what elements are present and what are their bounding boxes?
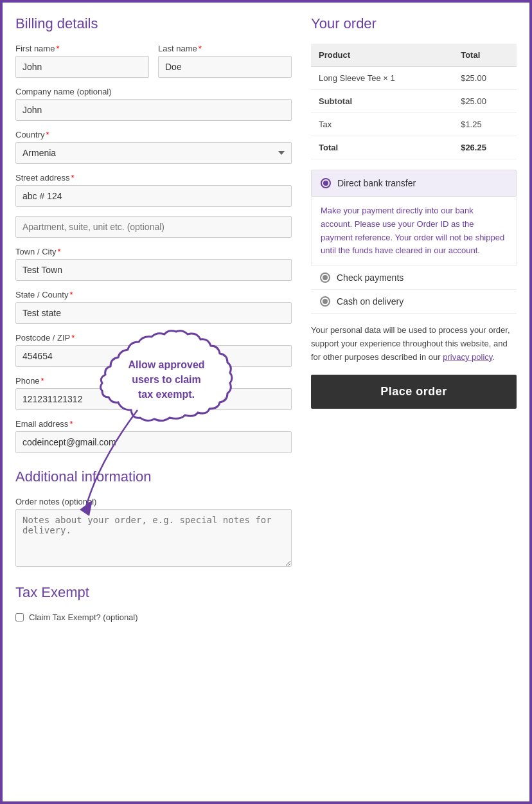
state-input[interactable] (15, 302, 292, 324)
street-group: Street address* (15, 173, 292, 207)
first-name-input[interactable] (15, 56, 149, 78)
country-group: Country* Armenia (15, 130, 292, 164)
company-input[interactable] (15, 99, 292, 121)
notes-textarea[interactable] (15, 509, 292, 567)
order-title: Your order (311, 15, 517, 32)
tax-exempt-checkbox-row: Claim Tax Exempt? (optional) (15, 612, 292, 622)
svg-text:Allow approved: Allow approved (128, 359, 204, 370)
cash-delivery-radio[interactable] (320, 296, 330, 307)
svg-text:users to claim: users to claim (132, 374, 201, 385)
subtotal-row: Subtotal $25.00 (311, 90, 517, 113)
place-order-button[interactable]: Place order (311, 375, 517, 409)
payment-section: Direct bank transfer Make your payment d… (311, 170, 517, 314)
company-label: Company name (optional) (15, 87, 292, 96)
street-label: Street address* (15, 173, 292, 183)
total-row: Total $26.25 (311, 136, 517, 159)
table-row: Long Sleeve Tee × 1 $25.00 (311, 67, 517, 90)
apartment-input[interactable] (15, 216, 292, 238)
cash-delivery-label: Cash on delivery (337, 296, 403, 307)
country-select[interactable]: Armenia (15, 142, 292, 164)
notes-group: Order notes (optional) (15, 497, 292, 569)
col-product-header: Product (311, 44, 453, 67)
last-name-group: Last name* (158, 44, 292, 78)
bank-transfer-option[interactable]: Direct bank transfer (311, 170, 517, 197)
tax-label-cell: Tax (311, 113, 453, 136)
total-value-cell: $26.25 (453, 136, 517, 159)
svg-text:tax exempt.: tax exempt. (138, 389, 195, 400)
additional-section: Additional information Order notes (opti… (15, 469, 292, 569)
tax-row: Tax $1.25 (311, 113, 517, 136)
bank-transfer-radio[interactable] (321, 178, 331, 188)
country-label: Country* (15, 130, 292, 139)
callout-cloud: Allow approved users to claim tax exempt… (93, 326, 240, 444)
check-payments-option[interactable]: Check payments (311, 266, 517, 290)
first-name-label: First name* (15, 44, 149, 53)
state-label: State / County* (15, 290, 292, 299)
product-name-cell: Long Sleeve Tee × 1 (311, 67, 453, 90)
total-label-cell: Total (311, 136, 453, 159)
cash-delivery-option[interactable]: Cash on delivery (311, 290, 517, 314)
check-payments-radio[interactable] (320, 272, 330, 283)
order-table: Product Total Long Sleeve Tee × 1 $25.00… (311, 44, 517, 159)
additional-title: Additional information (15, 469, 292, 485)
order-section: Your order Product Total Long Sleeve Tee… (311, 15, 517, 622)
town-group: Town / City* (15, 247, 292, 281)
notes-label: Order notes (optional) (15, 497, 292, 506)
tax-value-cell: $1.25 (453, 113, 517, 136)
postcode-phone-wrapper: Allow approved users to claim tax exempt… (15, 333, 292, 410)
check-payments-label: Check payments (337, 272, 403, 283)
name-row: First name* Last name* (15, 44, 292, 78)
col-total-header: Total (453, 44, 517, 67)
tax-exempt-label[interactable]: Claim Tax Exempt? (optional) (29, 612, 138, 622)
tax-exempt-title: Tax Exempt (15, 584, 292, 601)
privacy-text: Your personal data will be used to proce… (311, 324, 517, 364)
tax-exempt-section: Tax Exempt Claim Tax Exempt? (optional) (15, 584, 292, 622)
town-label: Town / City* (15, 247, 292, 256)
bank-transfer-description: Make your payment directly into our bank… (311, 197, 517, 266)
privacy-policy-link[interactable]: privacy policy (443, 352, 492, 362)
last-name-label: Last name* (158, 44, 292, 53)
state-group: State / County* (15, 290, 292, 324)
subtotal-value-cell: $25.00 (453, 90, 517, 113)
last-name-input[interactable] (158, 56, 292, 78)
company-group: Company name (optional) (15, 87, 292, 121)
bank-transfer-label: Direct bank transfer (337, 178, 416, 188)
subtotal-label-cell: Subtotal (311, 90, 453, 113)
billing-section: Billing details First name* Last name* C… (15, 15, 292, 622)
town-input[interactable] (15, 259, 292, 281)
product-total-cell: $25.00 (453, 67, 517, 90)
tax-exempt-checkbox[interactable] (15, 613, 24, 621)
apartment-group (15, 216, 292, 238)
billing-title: Billing details (15, 15, 292, 32)
first-name-group: First name* (15, 44, 149, 78)
street-input[interactable] (15, 185, 292, 207)
